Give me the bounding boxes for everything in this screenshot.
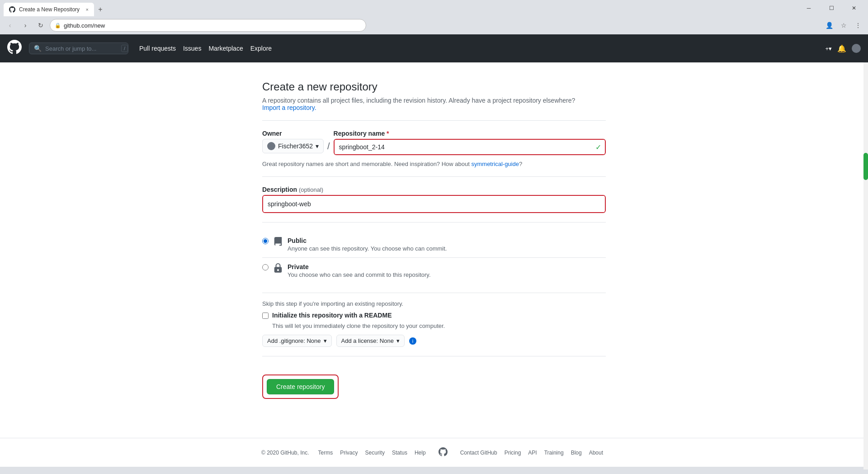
new-repo-btn[interactable]: +▾	[825, 45, 832, 52]
footer-copyright: © 2020 GitHub, Inc.	[261, 450, 315, 456]
repo-name-input[interactable]	[335, 140, 605, 154]
nav-issues[interactable]: Issues	[183, 45, 201, 52]
footer-blog[interactable]: Blog	[567, 450, 585, 456]
tab-title: Create a New Repository	[19, 6, 80, 13]
description-label: Description (optional)	[262, 186, 606, 193]
footer-status[interactable]: Status	[388, 450, 411, 456]
visibility-private-option: Private You choose who can see and commi…	[262, 257, 606, 284]
repo-name-label: Repository name *	[334, 130, 606, 137]
visibility-public-option: Public Anyone can see this repository. Y…	[262, 232, 606, 257]
maximize-button[interactable]: ☐	[821, 0, 842, 16]
page-subtitle: A repository contains all project files,…	[262, 97, 606, 111]
footer-security[interactable]: Security	[362, 450, 388, 456]
repo-name-input-wrap: ✓	[334, 139, 606, 155]
url-text: github.com/new	[64, 22, 105, 29]
public-desc: Anyone can see this repository. You choo…	[288, 245, 606, 252]
chevron-down-icon: ▾	[324, 337, 327, 344]
import-link[interactable]: Import a repository.	[262, 104, 316, 111]
more-options-btn[interactable]: ⋮	[852, 19, 864, 32]
footer-contact[interactable]: Contact GitHub	[457, 450, 501, 456]
info-icon[interactable]: i	[409, 337, 416, 345]
back-button: ‹	[4, 19, 16, 32]
footer-logo	[429, 447, 457, 458]
public-icon	[273, 237, 283, 250]
search-kbd: /	[121, 45, 128, 52]
lock-icon: 🔒	[55, 23, 61, 28]
description-input[interactable]	[263, 196, 606, 212]
star-icon-btn[interactable]: ☆	[837, 19, 850, 32]
owner-avatar	[267, 142, 275, 150]
footer: © 2020 GitHub, Inc. Terms Privacy Securi…	[0, 438, 868, 467]
chevron-down-icon: ▾	[396, 337, 400, 344]
slash-separator: /	[327, 139, 330, 153]
create-repository-button[interactable]: Create repository	[267, 379, 334, 394]
scrollbar[interactable]	[863, 62, 868, 469]
close-button[interactable]: ✕	[844, 0, 864, 16]
init-readme-checkbox[interactable]	[262, 313, 269, 319]
footer-about[interactable]: About	[585, 450, 607, 456]
footer-training[interactable]: Training	[541, 450, 567, 456]
footer-privacy[interactable]: Privacy	[336, 450, 361, 456]
check-icon: ✓	[595, 143, 601, 152]
license-dropdown[interactable]: Add a license: None ▾	[336, 335, 405, 347]
public-label: Public	[288, 237, 606, 244]
repo-name-hint: Great repository names are short and mem…	[262, 161, 606, 167]
search-input[interactable]	[45, 45, 118, 52]
description-input-wrap	[262, 195, 606, 213]
skip-text: Skip this step if you're importing an ex…	[262, 300, 606, 307]
chevron-down-icon: ▾	[316, 142, 319, 150]
browser-tab[interactable]: Create a New Repository ×	[4, 3, 94, 16]
create-btn-wrap: Create repository	[262, 374, 339, 399]
page-title: Create a new repository	[262, 81, 606, 93]
minimize-button[interactable]: ─	[798, 0, 819, 16]
footer-help[interactable]: Help	[411, 450, 429, 456]
reload-button[interactable]: ↻	[34, 19, 47, 32]
suggestion-link[interactable]: symmetrical-guide	[471, 161, 519, 167]
user-avatar[interactable]	[852, 44, 861, 53]
private-label: Private	[288, 263, 606, 270]
scrollbar-thumb[interactable]	[863, 153, 868, 180]
owner-label: Owner	[262, 130, 324, 137]
search-box[interactable]: 🔍 /	[29, 43, 128, 54]
forward-button[interactable]: ›	[19, 19, 32, 32]
owner-name: Fischer3652	[278, 142, 313, 150]
footer-pricing[interactable]: Pricing	[501, 450, 525, 456]
tab-close-btn[interactable]: ×	[86, 7, 89, 12]
private-desc: You choose who can see and commit to thi…	[288, 271, 606, 278]
init-readme-label: Initialize this repository with a README	[272, 312, 392, 319]
nav-marketplace[interactable]: Marketplace	[208, 45, 243, 52]
notifications-bell[interactable]: 🔔	[837, 44, 846, 53]
nav-explore[interactable]: Explore	[250, 45, 272, 52]
nav-pull-requests[interactable]: Pull requests	[139, 45, 176, 52]
visibility-public-radio[interactable]	[262, 238, 269, 244]
address-bar[interactable]: 🔒 github.com/new	[50, 19, 366, 32]
owner-select[interactable]: Fischer3652 ▾	[262, 139, 324, 153]
github-logo[interactable]	[7, 40, 22, 57]
gitignore-dropdown[interactable]: Add .gitignore: None ▾	[262, 335, 332, 347]
footer-api[interactable]: API	[524, 450, 540, 456]
search-icon: 🔍	[34, 45, 42, 52]
private-icon	[273, 263, 283, 276]
new-tab-button[interactable]: +	[94, 3, 107, 16]
profile-icon-btn[interactable]: 👤	[823, 19, 835, 32]
visibility-private-radio[interactable]	[262, 264, 269, 270]
footer-terms[interactable]: Terms	[315, 450, 337, 456]
init-readme-desc: This will let you immediately clone the …	[272, 322, 606, 329]
